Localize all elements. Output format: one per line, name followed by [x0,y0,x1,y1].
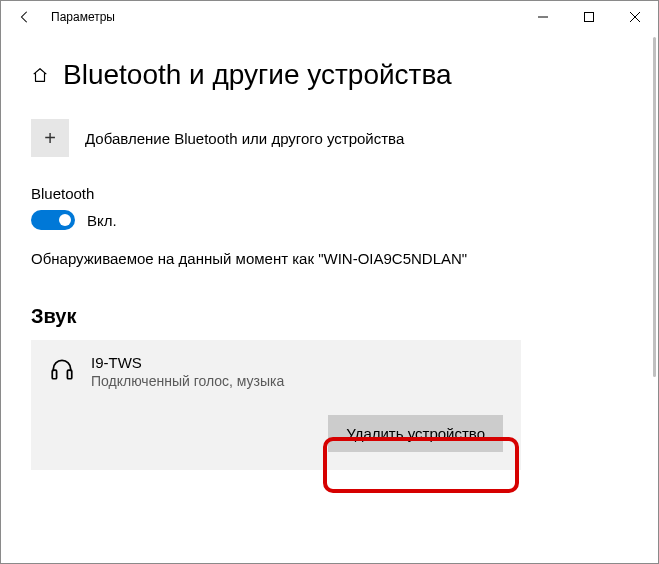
maximize-icon [584,12,594,22]
close-button[interactable] [612,1,658,33]
bluetooth-toggle-row: Вкл. [31,210,628,230]
bluetooth-label: Bluetooth [31,185,628,202]
svg-rect-1 [585,13,594,22]
svg-rect-5 [67,370,71,379]
back-button[interactable] [9,1,41,33]
device-actions: Удалить устройство [49,415,503,452]
discoverable-text: Обнаруживаемое на данный момент как "WIN… [31,250,628,267]
bluetooth-toggle[interactable] [31,210,75,230]
section-heading-audio: Звук [31,305,628,328]
maximize-button[interactable] [566,1,612,33]
scrollbar[interactable] [653,37,656,541]
device-info: I9-TWS Подключенный голос, музыка [91,354,284,389]
arrow-left-icon [18,10,32,24]
remove-device-button[interactable]: Удалить устройство [328,415,503,452]
device-name: I9-TWS [91,354,284,371]
content-area: Bluetooth и другие устройства + Добавлен… [1,33,658,490]
device-status: Подключенный голос, музыка [91,373,284,389]
page-heading-row: Bluetooth и другие устройства [31,59,628,91]
toggle-knob [59,214,71,226]
home-icon[interactable] [31,66,49,84]
minimize-icon [538,12,548,22]
bluetooth-state-label: Вкл. [87,212,117,229]
scrollbar-thumb[interactable] [653,37,656,377]
window-controls [520,1,658,33]
close-icon [630,12,640,22]
plus-icon: + [31,119,69,157]
svg-rect-4 [52,370,56,379]
device-row: I9-TWS Подключенный голос, музыка [49,354,503,389]
minimize-button[interactable] [520,1,566,33]
headphones-icon [49,354,75,382]
page-title: Bluetooth и другие устройства [63,59,452,91]
window-title: Параметры [51,10,115,24]
add-device-label: Добавление Bluetooth или другого устройс… [85,130,404,147]
add-device-row[interactable]: + Добавление Bluetooth или другого устро… [31,119,628,157]
device-card[interactable]: I9-TWS Подключенный голос, музыка Удалит… [31,340,521,470]
